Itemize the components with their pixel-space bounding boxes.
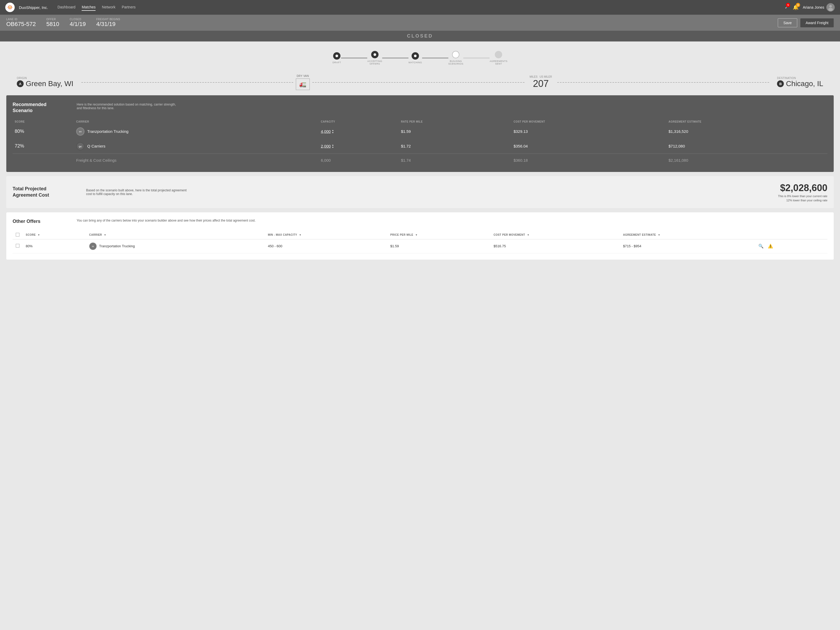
- cost-sort-icon: ▼: [527, 234, 529, 236]
- total-amount: $2,028,600: [778, 182, 827, 193]
- col-price-header[interactable]: PRICE PER MILE ▼: [387, 231, 490, 239]
- destination-label: DESTINATION: [777, 77, 823, 79]
- ceiling-rate: $1.74: [399, 153, 512, 166]
- table-header-row: SCORE CARRIER CAPACITY RATE PER MILE COS…: [13, 119, 827, 124]
- nav-partners[interactable]: Partners: [122, 4, 136, 11]
- scenario-desc-area: Here is the recommended solution based o…: [77, 102, 182, 114]
- user-menu[interactable]: Ariana Jones: [803, 3, 835, 11]
- connector-1: [341, 58, 367, 58]
- row-checkbox-0[interactable]: [16, 244, 19, 248]
- scenario-inner: RecommendedScenario Here is the recommen…: [13, 102, 827, 114]
- svg-text:TT: TT: [92, 246, 94, 248]
- scenario-title-area: RecommendedScenario: [13, 102, 70, 114]
- freight-begins-value: 4/31/19: [96, 21, 120, 28]
- carrier-1-score: 72%: [13, 139, 74, 154]
- closed-label: CLOSED: [69, 18, 85, 21]
- scenario-card: RecommendedScenario Here is the recommen…: [6, 95, 834, 172]
- offer-0-warning-icon[interactable]: ⚠️: [766, 243, 775, 249]
- connector-4: [463, 58, 489, 58]
- closed-banner: CLOSED: [0, 31, 840, 41]
- col-carrier-header[interactable]: CARRIER ▼: [86, 231, 245, 239]
- step-draft-dot: [333, 52, 341, 60]
- step-building-dot: [452, 51, 459, 58]
- offer-value: 5810: [46, 21, 59, 28]
- step-accepting: ACCEPTINGOFFERS: [367, 51, 382, 65]
- carrier-1-name-text: Q Carriers: [87, 144, 105, 148]
- col-rate: RATE PER MILE: [399, 119, 512, 124]
- route-line-right2: [557, 82, 769, 83]
- carrier-1-rate: $1.72: [399, 139, 512, 154]
- col-cost-header[interactable]: COST PER MOVEMENT ▼: [490, 231, 620, 239]
- lane-id-label: LANE ID: [6, 18, 36, 21]
- save-button[interactable]: Save: [778, 18, 797, 27]
- award-freight-button[interactable]: Award Freight: [801, 18, 834, 27]
- offer-0-carrier: TT Tranzportation Trucking: [86, 239, 245, 253]
- step-matching-label: MATCHING: [409, 61, 422, 64]
- nav-dashboard[interactable]: Dashboard: [57, 4, 76, 11]
- miles-label-row: MILES US MILER: [530, 75, 552, 78]
- step-matching-dot: [412, 52, 419, 60]
- carrier-0-capacity: 4,000 ▲▼: [319, 124, 399, 139]
- offer-carrier-logo-0: TT: [89, 243, 96, 250]
- total-note2: 12% lower than your ceiling rate: [778, 199, 827, 202]
- score-sort-icon: ▼: [38, 234, 40, 236]
- ceiling-row: Freight & Cost Ceilings 6,000 $1.74 $360…: [13, 153, 827, 166]
- other-offers-description: You can bring any of the carriers below …: [77, 219, 256, 222]
- step-agreements: AGREEMENTSSENT: [489, 51, 507, 65]
- nav-network[interactable]: Network: [102, 4, 115, 11]
- scenario-title: RecommendedScenario: [13, 102, 70, 114]
- destination-display: DESTINATION B Chicago, IL: [777, 77, 823, 88]
- avatar: [826, 3, 835, 11]
- offer-0-info-icon[interactable]: 🔍: [757, 243, 765, 249]
- col-capacity-header[interactable]: MIN - MAX CAPACITY ▼: [265, 231, 387, 239]
- notifications-badge: 5: [786, 3, 790, 7]
- freight-begins-label: FREIGHT BEGINS: [96, 18, 120, 21]
- main-content: DRAFT ACCEPTINGOFFERS MATCHING BUILDINGS…: [0, 41, 840, 265]
- other-offers-title: Other Offers: [13, 219, 70, 224]
- lane-id-field: LANE ID OB675-572: [6, 18, 36, 28]
- route-line-right: [313, 82, 524, 83]
- nav-matches[interactable]: Matches: [82, 4, 96, 11]
- capacity-spinner-1[interactable]: ▲▼: [332, 144, 334, 148]
- carrier-table-container: SCORE CARRIER CAPACITY RATE PER MILE COS…: [13, 119, 827, 166]
- bell-icon[interactable]: 🔔 6: [793, 5, 799, 10]
- svg-point-0: [829, 5, 832, 8]
- col-score-header[interactable]: SCORE ▼: [22, 231, 86, 239]
- table-row: 80% TT Tranzportation Trucking: [13, 124, 827, 139]
- col-cost: COST PER MOVEMENT: [512, 119, 666, 124]
- step-agreements-label: AGREEMENTSSENT: [489, 60, 507, 65]
- step-accepting-dot: [371, 51, 379, 58]
- col-score: SCORE: [13, 119, 74, 124]
- total-title: Total ProjectedAgreement Cost: [13, 186, 86, 198]
- brand-name: DuoShipper, Inc.: [19, 5, 48, 10]
- total-note1: This is 8% lower than your current rate: [778, 194, 827, 198]
- total-description: Based on the scenario built above, here …: [86, 188, 191, 196]
- step-draft-label: DRAFT: [333, 61, 341, 64]
- select-all-checkbox[interactable]: [16, 233, 19, 237]
- col-agreement-header[interactable]: AGREEMENT ESTIMATE ▼: [620, 231, 754, 239]
- scenario-description: Here is the recommended solution based o…: [77, 103, 182, 110]
- offer-field: OFFER 5810: [46, 18, 59, 28]
- carrier-0-cost: $329.13: [512, 124, 666, 139]
- miles-value: 207: [533, 78, 549, 89]
- offer-0-score: 80%: [22, 239, 86, 253]
- connector-2: [382, 58, 409, 58]
- route-line-left: [81, 82, 294, 83]
- offer-0-agreement: $715 - $954: [620, 239, 754, 253]
- connector-3: [422, 58, 448, 58]
- checkmark-icon[interactable]: ✓ 5: [785, 5, 789, 10]
- origin-label: ORIGIN: [17, 77, 74, 79]
- col-checkbox: [13, 231, 22, 239]
- carrier-1-logo: QC: [76, 142, 85, 150]
- closed-value: 4/1/19: [69, 21, 85, 28]
- price-sort-icon: ▼: [415, 234, 418, 236]
- miles-sub-label: US MILER: [540, 75, 552, 78]
- vehicle-container: DRY VAN 🚛: [296, 74, 310, 90]
- navbar: DuoShipper, Inc. Dashboard Matches Netwo…: [0, 0, 840, 15]
- carrier-name-cell-0: TT Tranzportation Trucking: [76, 127, 317, 136]
- svg-text:TT: TT: [79, 131, 82, 133]
- carrier-1-agreement: $712,080: [666, 139, 827, 154]
- capacity-spinner-0[interactable]: ▲▼: [332, 129, 334, 134]
- origin-city: A Green Bay, WI: [17, 79, 74, 88]
- carrier-0-logo: TT: [76, 127, 85, 136]
